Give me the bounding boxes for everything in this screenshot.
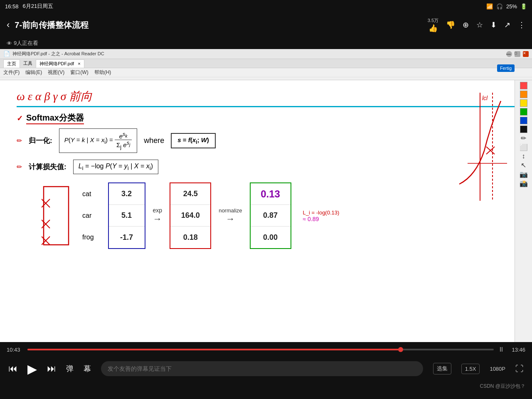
softmax-label: Softmax分类器 — [26, 112, 84, 124]
screenshot-tool[interactable]: 📸 — [520, 180, 528, 187]
status-bar: 16:58 6月21日周五 📶 🎧 25% 🔋 — [0, 0, 532, 12]
select-button[interactable]: 选集 — [433, 363, 451, 374]
menu-help[interactable]: 帮助(H) — [94, 69, 111, 76]
prev-button[interactable]: ⏮ — [8, 363, 17, 374]
bottom-bar: CSDN @豆沙沙包？ — [0, 380, 532, 392]
color-blue[interactable] — [520, 117, 527, 124]
category-labels: cat car frog — [82, 183, 97, 248]
battery-icon: 🔋 — [520, 3, 527, 10]
minimize-button[interactable]: — — [506, 51, 512, 57]
pencil-icon-1: ✏ — [17, 137, 22, 145]
label-frog: frog — [82, 227, 97, 248]
camera-tool[interactable]: 📷 — [520, 170, 528, 178]
upload-icon[interactable]: ⊕ — [463, 20, 469, 30]
progress-track[interactable] — [27, 349, 494, 350]
pdf-content: ω ε α β γ σ 前向 ✓ Softmax分类器 ✏ 归一化: P(Y =… — [0, 80, 532, 342]
loss-row: ✏ 计算损失值: Li = −log P(Y = yi | X = xi) — [17, 160, 515, 174]
window-buttons: — □ ✕ — [506, 51, 529, 57]
acrobat-side-toolbar: ✏ ⬜ ↕ ↖ 📷 📸 — [515, 80, 532, 342]
comment-input[interactable] — [101, 361, 423, 376]
svg-rect-0 — [44, 187, 69, 245]
color-green[interactable] — [520, 108, 527, 116]
scores-box: 3.2 5.1 -1.7 — [108, 182, 145, 249]
video-title: 7-前向传播整体流程 — [15, 20, 427, 31]
subtitle-button[interactable]: 幕 — [84, 364, 91, 374]
danmaku-button[interactable]: 弹 — [66, 364, 74, 374]
status-time: 16:58 — [5, 3, 19, 10]
headphone-icon: 🎧 — [496, 3, 503, 10]
menu-file[interactable]: 文件(F) — [3, 69, 20, 76]
video-controls: 10:43 ⏸ 13:46 ⏮ ▶ ⏭ 弹 幕 选集 1.5X 1080P ⛶ … — [0, 342, 532, 399]
color-yellow[interactable] — [520, 99, 527, 107]
select-tool[interactable]: ↖ — [521, 161, 526, 169]
loss-label: 计算损失值: — [29, 162, 66, 172]
arrow-tool[interactable]: ↕ — [522, 153, 525, 160]
tab-pdf[interactable]: 神经网络PDF.pdf × — [36, 59, 84, 68]
viewers-bar: 👁 9人正在看 — [0, 37, 532, 49]
sketch-svg — [42, 182, 75, 249]
pdf-inner: ω ε α β γ σ 前向 ✓ Softmax分类器 ✏ 归一化: P(Y =… — [0, 80, 532, 342]
score-frog: -1.7 — [109, 227, 145, 248]
acrobat-menubar: 文件(F) 编辑(E) 视图(V) 窗口(W) 帮助(H) — [0, 68, 532, 77]
play-button[interactable]: ▶ — [27, 362, 37, 376]
battery-level: 25% — [506, 3, 517, 10]
tab-homepage[interactable]: 主页 — [3, 59, 20, 68]
progress-fill — [27, 349, 401, 350]
maximize-button[interactable]: □ — [515, 51, 520, 57]
like-area[interactable]: 3.5万 👍 — [428, 17, 438, 33]
speed-button[interactable]: 1.5X — [461, 364, 480, 374]
star-icon[interactable]: ☆ — [476, 20, 483, 30]
back-button[interactable]: ‹ — [7, 20, 10, 30]
status-date: 6月21日周五 — [23, 2, 54, 10]
current-time: 10:43 — [7, 347, 23, 353]
dislike-icon[interactable]: 👎 — [446, 20, 455, 30]
like-icon[interactable]: 👍 — [428, 24, 438, 33]
eraser-tool[interactable]: ⬜ — [520, 143, 528, 151]
acrobat-icon: 📄 — [3, 51, 10, 57]
viewers-icon: 👁 — [7, 40, 12, 47]
color-red[interactable] — [520, 82, 527, 89]
acrobat-titlebar: 📄 神经网络PDF.pdf - 之之 - Acrobat Reader DC —… — [0, 49, 532, 59]
exp-car: 164.0 — [170, 205, 210, 227]
share-icon[interactable]: ↗ — [504, 20, 510, 30]
acrobat-title: 神经网络PDF.pdf - 之之 - Acrobat Reader DC — [12, 51, 104, 57]
exp-box: 24.5 164.0 0.18 — [170, 182, 211, 249]
softmax-title: ✓ Softmax分类器 — [17, 112, 515, 124]
score-cat: 3.2 — [109, 183, 145, 205]
pdf-page: ω ε α β γ σ 前向 ✓ Softmax分类器 ✏ 归一化: P(Y =… — [0, 80, 532, 342]
close-button[interactable]: ✕ — [523, 51, 529, 57]
label-car: car — [82, 205, 97, 227]
download-icon[interactable]: ⬇ — [490, 20, 497, 30]
total-time: 13:46 — [509, 347, 525, 353]
score-car: 5.1 — [109, 205, 145, 227]
quality-button[interactable]: 1080P — [490, 366, 505, 372]
progress-thumb[interactable] — [398, 347, 403, 352]
menu-window[interactable]: 窗口(W) — [70, 69, 88, 76]
acrobat-window: 📄 神经网络PDF.pdf - 之之 - Acrobat Reader DC —… — [0, 49, 532, 80]
fullscreen-button[interactable]: ⛶ — [515, 364, 524, 374]
color-orange[interactable] — [520, 91, 527, 98]
viewers-count: 9人正在看 — [14, 39, 38, 47]
page-header: ω ε α β γ σ 前向 — [17, 89, 515, 107]
progress-bar-area: 10:43 ⏸ 13:46 — [0, 342, 532, 357]
check-icon: ✓ — [17, 114, 23, 123]
right-arrow-1: → — [153, 214, 162, 224]
right-arrow-2: → — [226, 214, 235, 224]
where-text: where — [144, 136, 164, 145]
next-button[interactable]: ⏭ — [47, 363, 56, 374]
user-tag: CSDN @豆沙沙包？ — [480, 383, 525, 390]
tab-tools[interactable]: 工具 — [20, 59, 36, 67]
menu-edit[interactable]: 编辑(E) — [25, 69, 42, 76]
controls-row: ⏮ ▶ ⏭ 弹 幕 选集 1.5X 1080P ⛶ — [0, 357, 532, 380]
exp-frog: 0.18 — [170, 227, 210, 248]
more-icon[interactable]: ⋮ — [518, 20, 525, 30]
loss-annotation: L_i = -log(0.13) ≈ 0.89 — [303, 209, 340, 222]
exp-label: exp — [153, 207, 163, 214]
menu-view[interactable]: 视图(V) — [48, 69, 64, 76]
normal-frog: 0.00 — [251, 227, 291, 248]
normal-box: 0.13 0.87 0.00 — [250, 182, 291, 249]
app-header: ‹ 7-前向传播整体流程 3.5万 👍 👎 ⊕ ☆ ⬇ ↗ ⋮ — [0, 12, 532, 37]
color-black[interactable] — [520, 126, 527, 133]
fertig-button[interactable]: Fertig — [497, 64, 515, 72]
pen-tool[interactable]: ✏ — [521, 134, 526, 142]
